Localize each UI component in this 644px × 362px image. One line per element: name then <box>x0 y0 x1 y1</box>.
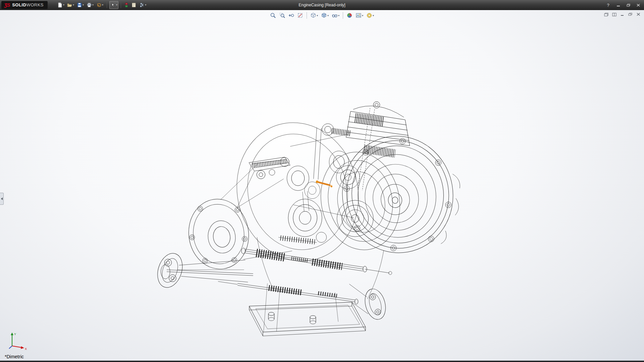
apply-scene-button[interactable]: ▾ <box>355 11 364 19</box>
hide-show-items-button[interactable]: ▾ <box>331 11 340 19</box>
toolbar-separator <box>343 12 343 19</box>
zoom-to-fit-icon <box>270 12 276 18</box>
options-button[interactable]: ▾ <box>138 1 147 9</box>
print-icon <box>87 2 92 8</box>
close-button[interactable] <box>634 2 643 8</box>
save-floppy-icon <box>77 2 82 8</box>
chevron-down-icon[interactable]: ▾ <box>83 3 84 6</box>
chevron-left-icon <box>1 197 3 200</box>
section-view-icon <box>297 12 303 18</box>
view-settings-button[interactable]: ▾ <box>365 11 375 19</box>
section-view-button[interactable] <box>296 11 304 19</box>
undo-button[interactable]: ▾ <box>95 1 104 9</box>
close-icon <box>637 4 640 7</box>
document-window-controls <box>603 12 641 17</box>
doc-tile-button[interactable] <box>611 12 617 17</box>
view-orientation-button[interactable]: ▾ <box>309 11 319 19</box>
doc-cascade-button[interactable] <box>603 12 609 17</box>
minimize-button[interactable] <box>614 2 623 8</box>
reference-triad: Y X <box>7 330 29 351</box>
engine-wireframe-model <box>0 10 644 361</box>
new-document-button[interactable]: ▾ <box>56 1 65 9</box>
edit-appearance-button[interactable] <box>345 11 354 19</box>
open-button[interactable]: ▾ <box>66 1 75 9</box>
y-axis-arrow-icon <box>11 333 13 335</box>
apply-scene-icon <box>356 12 362 18</box>
y-axis-label: Y <box>14 333 16 336</box>
graphics-area[interactable]: ▾ ▾ ▾ ▾ ▾ <box>0 10 644 361</box>
chevron-down-icon[interactable]: ▾ <box>145 3 146 6</box>
window-controls: ? <box>604 0 643 10</box>
chevron-down-icon[interactable]: ▾ <box>73 3 74 6</box>
chevron-down-icon[interactable]: ▾ <box>102 3 103 6</box>
chevron-down-icon[interactable]: ▾ <box>373 14 374 17</box>
file-properties-button[interactable] <box>130 1 138 9</box>
chevron-down-icon[interactable]: ▾ <box>317 14 318 17</box>
z-axis-icon <box>9 346 12 349</box>
main-toolbar: ▾ ▾ ▾ ▾ ▾ ▾ <box>56 1 147 9</box>
x-axis-label: X <box>25 347 27 351</box>
options-sliders-icon <box>139 2 145 8</box>
titlebar: ƷS SOLIDWORKS ▾ ▾ ▾ ▾ ▾ <box>0 0 644 10</box>
display-style-cube-icon <box>321 12 327 18</box>
new-document-icon <box>57 2 63 8</box>
chevron-down-icon[interactable]: ▾ <box>338 14 339 17</box>
chevron-down-icon[interactable]: ▾ <box>116 3 117 6</box>
view-orientation-label: *Dimetric <box>5 354 24 359</box>
zoom-to-fit-button[interactable] <box>269 11 277 19</box>
print-button[interactable]: ▾ <box>86 1 95 9</box>
restore-icon <box>627 4 630 7</box>
chevron-down-icon[interactable]: ▾ <box>63 3 64 6</box>
toolbar-separator <box>307 12 307 19</box>
close-icon <box>637 13 640 16</box>
toolbar-separator <box>121 2 121 8</box>
brand-works: WORKS <box>26 2 44 7</box>
solidworks-window: ƷS SOLIDWORKS ▾ ▾ ▾ ▾ ▾ <box>0 0 644 362</box>
view-settings-ball-icon <box>366 12 372 18</box>
rebuild-icon <box>124 2 128 8</box>
solidworks-brand-text: SOLIDWORKS <box>12 2 44 7</box>
headsup-view-toolbar: ▾ ▾ ▾ ▾ ▾ <box>269 11 375 19</box>
undo-arrow-icon <box>96 2 102 8</box>
featuremanager-flyout-tab[interactable] <box>0 193 4 205</box>
select-cursor-icon <box>110 2 116 8</box>
x-axis-arrow-icon <box>21 346 24 349</box>
restore-icon <box>628 13 632 16</box>
display-style-button[interactable]: ▾ <box>320 11 330 19</box>
save-button[interactable]: ▾ <box>76 1 85 9</box>
zoom-to-area-button[interactable] <box>278 11 286 19</box>
hide-show-glasses-icon <box>332 12 338 18</box>
window-bottom-edge <box>0 361 644 362</box>
tile-windows-icon <box>612 13 616 16</box>
zoom-to-area-icon <box>279 12 285 18</box>
window-title: EngineCasing [Read-only] <box>299 0 345 10</box>
view-orientation-cube-icon <box>310 12 316 18</box>
select-tool-button[interactable]: ▾ <box>109 1 118 9</box>
doc-restore-button[interactable] <box>627 12 633 17</box>
minimize-icon <box>616 4 620 7</box>
doc-close-button[interactable] <box>635 12 641 17</box>
toolbar-separator <box>107 2 107 8</box>
minimize-icon <box>620 13 624 16</box>
rebuild-button[interactable] <box>123 1 129 9</box>
edit-appearance-ball-icon <box>346 12 353 18</box>
open-folder-icon <box>67 2 72 8</box>
chevron-down-icon[interactable]: ▾ <box>92 3 94 6</box>
help-button[interactable]: ? <box>604 2 612 8</box>
solidworks-logo: ƷS SOLIDWORKS <box>1 1 48 9</box>
previous-view-button[interactable] <box>287 11 295 19</box>
cascade-windows-icon <box>604 13 608 16</box>
chevron-down-icon[interactable]: ▾ <box>362 14 363 17</box>
doc-minimize-button[interactable] <box>619 12 625 17</box>
previous-view-icon <box>288 12 294 18</box>
file-properties-icon <box>131 2 137 8</box>
maximize-button[interactable] <box>624 2 633 8</box>
brand-solid: SOLID <box>12 2 26 7</box>
chevron-down-icon[interactable]: ▾ <box>327 14 329 17</box>
solidworks-logo-icon: ƷS <box>4 2 10 8</box>
